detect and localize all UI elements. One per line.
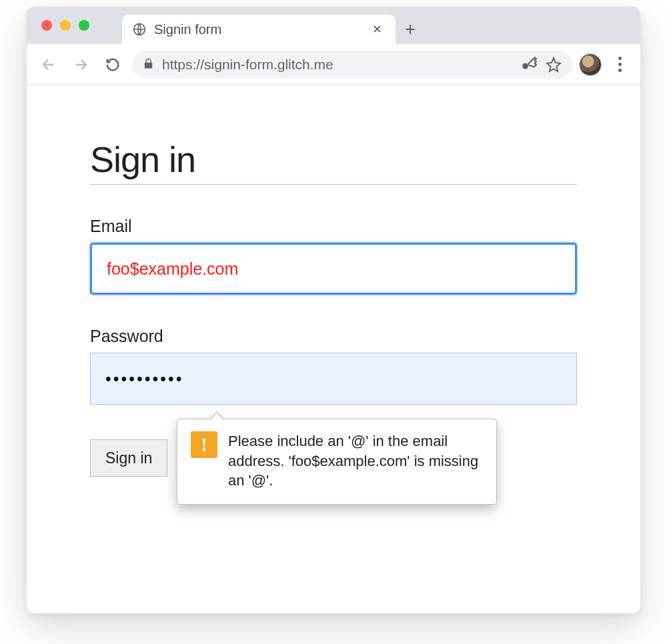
page-content: Sign in Email Password Sign in ! Please … <box>27 85 640 503</box>
close-tab-button[interactable] <box>368 21 386 38</box>
tab-bar: Signin form <box>27 7 640 44</box>
email-input[interactable] <box>90 243 577 295</box>
lock-icon <box>143 57 154 73</box>
minimize-window-button[interactable] <box>60 20 71 31</box>
url-text: https://signin-form.glitch.me <box>162 57 512 73</box>
close-window-button[interactable] <box>41 20 52 31</box>
svg-point-1 <box>522 63 528 69</box>
zoom-window-button[interactable] <box>79 20 89 31</box>
signin-button[interactable]: Sign in <box>90 439 167 477</box>
reload-button[interactable] <box>100 52 125 77</box>
validation-tooltip: ! Please include an '@' in the email add… <box>177 419 497 505</box>
back-button[interactable] <box>36 52 61 77</box>
forward-button[interactable] <box>68 52 93 77</box>
tab-title: Signin form <box>154 22 360 37</box>
password-label: Password <box>90 327 577 346</box>
browser-window: Signin form https://signin-form.glitch.m… <box>27 7 640 613</box>
profile-avatar[interactable] <box>579 53 602 76</box>
password-input[interactable] <box>90 353 577 405</box>
warning-icon: ! <box>191 431 217 458</box>
new-tab-button[interactable] <box>396 15 425 44</box>
globe-icon <box>133 23 146 36</box>
key-icon[interactable] <box>520 56 538 73</box>
window-controls <box>41 20 89 31</box>
email-label: Email <box>90 217 577 236</box>
page-title: Sign in <box>90 139 577 185</box>
browser-tab[interactable]: Signin form <box>122 15 396 44</box>
browser-menu-button[interactable] <box>608 53 631 76</box>
address-bar[interactable]: https://signin-form.glitch.me <box>132 51 572 79</box>
star-icon[interactable] <box>546 57 562 73</box>
toolbar: https://signin-form.glitch.me <box>27 44 640 85</box>
validation-message: Please include an '@' in the email addre… <box>228 431 483 491</box>
